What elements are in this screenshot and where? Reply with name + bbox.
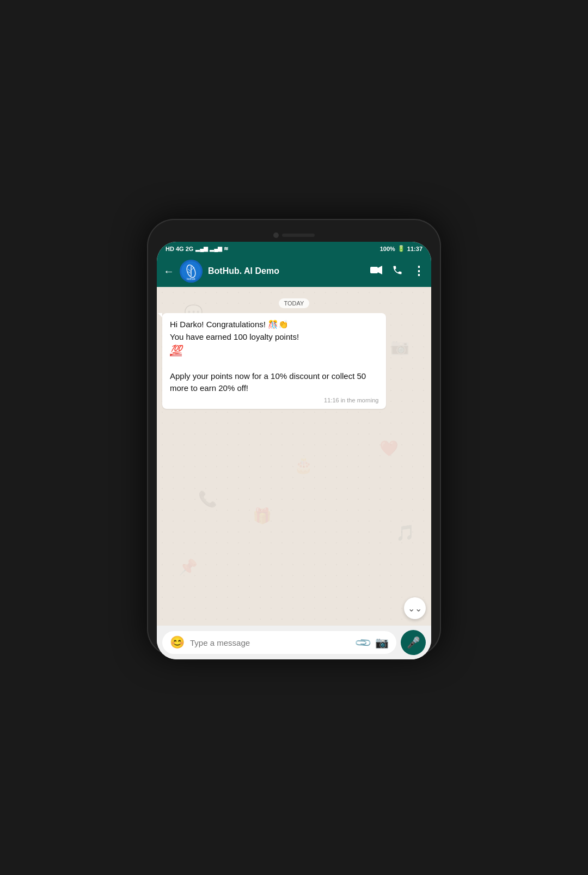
- mic-icon: 🎤: [407, 636, 420, 649]
- header-icons: ⋮: [370, 264, 425, 278]
- camera-button[interactable]: 📷: [375, 636, 389, 649]
- clock: 11:37: [407, 246, 422, 252]
- contact-avatar[interactable]: bothub: [180, 260, 203, 283]
- video-call-button[interactable]: [370, 266, 382, 277]
- status-bar: HD 4G 2G ▂▄▆ ▂▄▆ ≋ 100% 🔋 11:37: [157, 242, 431, 255]
- phone-notch: [157, 229, 431, 242]
- svg-marker-9: [378, 266, 382, 274]
- message-timestamp: 11:16 in the morning: [170, 397, 378, 403]
- message-line1: Hi Darko! Congratulations! 🎊👏: [170, 320, 289, 329]
- message-input[interactable]: [190, 638, 351, 647]
- message-bubble: Hi Darko! Congratulations! 🎊👏 You have e…: [162, 313, 386, 409]
- message-line3: Apply your points now for a 10% discount…: [170, 371, 366, 393]
- phone-speaker: [282, 234, 315, 237]
- back-button[interactable]: ←: [163, 265, 174, 278]
- date-badge: TODAY: [162, 298, 426, 308]
- scroll-down-button[interactable]: ⌄⌄: [404, 597, 426, 619]
- battery-level: 100%: [380, 246, 395, 252]
- message-line2: You have earned 100 loyalty points!: [170, 332, 299, 341]
- message-input-wrapper: 😊 📎 📷: [162, 631, 396, 654]
- more-options-button[interactable]: ⋮: [413, 264, 425, 278]
- message-text: Hi Darko! Congratulations! 🎊👏 You have e…: [170, 319, 378, 395]
- date-label: TODAY: [279, 298, 310, 308]
- status-right: 100% 🔋 11:37: [380, 245, 422, 252]
- contact-name: BotHub. AI Demo: [208, 266, 365, 276]
- phone-frame: HD 4G 2G ▂▄▆ ▂▄▆ ≋ 100% 🔋 11:37 ←: [147, 219, 441, 656]
- network-info: HD 4G 2G: [166, 246, 193, 252]
- mic-button[interactable]: 🎤: [401, 630, 426, 655]
- svg-rect-8: [370, 267, 378, 273]
- chat-area: 💬 📷 🔔 ❤️ 📞 🎵 📌 🎬 🎂 🎁 TODAY Hi Darko! Con…: [157, 287, 431, 626]
- svg-text:bothub: bothub: [187, 277, 195, 280]
- message-emoji-100: 💯: [170, 345, 182, 356]
- voice-call-button[interactable]: [392, 265, 403, 278]
- front-camera: [273, 232, 279, 238]
- input-bar: 😊 📎 📷 🎤: [157, 626, 431, 659]
- emoji-button[interactable]: 😊: [170, 635, 185, 650]
- signal-bars: ▂▄▆ ▂▄▆ ≋: [195, 246, 228, 252]
- chat-header: ← bothub BotHub. AI Dem: [157, 255, 431, 287]
- chevron-down-icon: ⌄⌄: [408, 603, 422, 614]
- phone-screen: HD 4G 2G ▂▄▆ ▂▄▆ ≋ 100% 🔋 11:37 ←: [157, 242, 431, 659]
- contact-info: BotHub. AI Demo: [208, 266, 365, 276]
- attach-button[interactable]: 📎: [353, 633, 372, 652]
- battery-icon: 🔋: [397, 245, 405, 252]
- status-left: HD 4G 2G ▂▄▆ ▂▄▆ ≋: [166, 246, 228, 252]
